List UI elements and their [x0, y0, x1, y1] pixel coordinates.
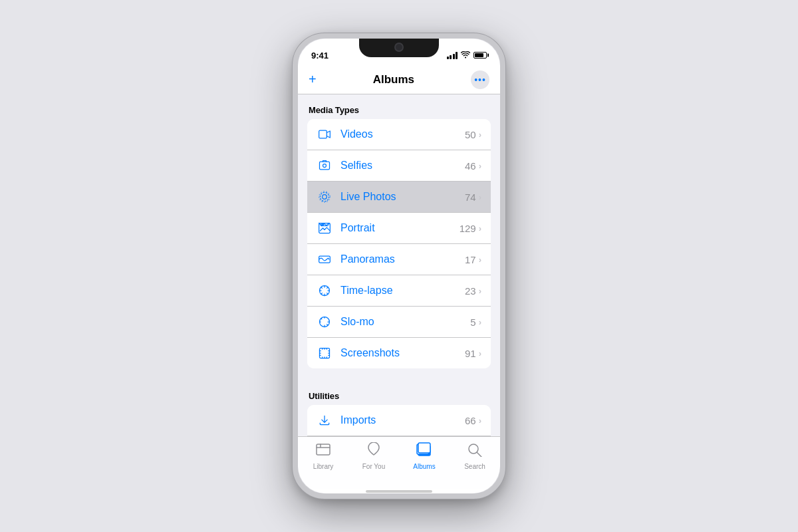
live-photos-count: 74	[465, 192, 476, 203]
list-item[interactable]: Portrait 129 ›	[307, 213, 491, 244]
portrait-count: 129	[460, 223, 476, 234]
timelapse-label: Time-lapse	[340, 285, 465, 297]
video-icon	[317, 126, 332, 142]
list-item[interactable]: Slo-mo 5 ›	[307, 307, 491, 338]
portrait-label: Portrait	[340, 222, 460, 234]
albums-icon	[416, 442, 432, 461]
live-photos-icon	[317, 189, 332, 205]
panoramas-label: Panoramas	[340, 253, 465, 265]
svg-line-19	[477, 452, 481, 457]
imports-label: Imports	[340, 414, 465, 426]
more-icon: •••	[474, 74, 486, 85]
tab-bar: Library For You	[298, 436, 500, 489]
panoramas-count: 17	[465, 254, 476, 265]
status-time: 9:41	[311, 51, 329, 61]
videos-chevron: ›	[479, 130, 481, 140]
svg-rect-17	[418, 443, 430, 453]
panorama-icon	[317, 251, 332, 267]
videos-count: 50	[465, 129, 476, 140]
list-item[interactable]: Screenshots 91 ›	[307, 338, 491, 368]
screen: 9:41	[298, 39, 500, 493]
slomo-count: 5	[470, 317, 475, 328]
tab-library[interactable]: Library	[298, 442, 348, 470]
signal-icon	[447, 52, 458, 59]
svg-point-5	[319, 192, 331, 203]
page-title: Albums	[373, 73, 414, 86]
search-label: Search	[464, 463, 485, 470]
svg-rect-0	[319, 130, 327, 138]
for-you-label: For You	[362, 463, 385, 470]
screenshots-count: 91	[465, 348, 476, 359]
slomo-icon	[317, 314, 332, 330]
content-area: Media Types Videos 50 ›	[298, 94, 500, 436]
notch	[359, 39, 439, 57]
albums-label: Albums	[413, 463, 435, 470]
screenshot-icon	[317, 345, 332, 361]
tab-search[interactable]: Search	[450, 442, 500, 470]
screenshots-chevron: ›	[479, 348, 481, 358]
list-item[interactable]: Panoramas 17 ›	[307, 244, 491, 275]
home-indicator	[298, 489, 500, 493]
home-bar	[366, 490, 432, 493]
media-types-header: Media Types	[298, 94, 500, 119]
live-photos-chevron: ›	[479, 192, 481, 202]
list-item[interactable]: Imports 66 ›	[307, 405, 491, 436]
list-item[interactable]: Time-lapse 23 ›	[307, 275, 491, 307]
svg-point-4	[320, 192, 329, 201]
import-icon	[317, 412, 332, 428]
selfies-label: Selfies	[340, 160, 465, 172]
svg-point-2	[323, 164, 327, 168]
utilities-header: Utilities	[298, 380, 500, 405]
list-item[interactable]: Live Photos 74 ›	[307, 182, 491, 213]
list-item[interactable]: Videos 50 ›	[307, 119, 491, 150]
imports-chevron: ›	[479, 416, 481, 426]
svg-rect-8	[319, 256, 331, 263]
more-options-button[interactable]: •••	[471, 70, 489, 89]
search-icon	[467, 442, 483, 461]
navigation-bar: + Albums •••	[298, 65, 500, 94]
imports-count: 66	[465, 415, 476, 426]
videos-label: Videos	[340, 128, 465, 140]
status-icons	[447, 51, 487, 60]
selfies-chevron: ›	[479, 161, 481, 171]
media-types-list: Videos 50 ›	[307, 119, 491, 368]
slomo-chevron: ›	[479, 317, 481, 327]
wifi-icon	[461, 51, 470, 60]
selfie-icon	[317, 158, 332, 174]
timelapse-icon	[317, 283, 332, 299]
for-you-icon	[366, 442, 382, 461]
selfies-count: 46	[465, 160, 476, 172]
phone-frame: 9:41	[293, 33, 505, 499]
panoramas-chevron: ›	[479, 255, 481, 265]
phone-wrapper: 9:41	[293, 33, 505, 499]
list-item[interactable]: Selfies 46 ›	[307, 150, 491, 182]
add-album-button[interactable]: +	[309, 72, 317, 87]
portrait-chevron: ›	[479, 223, 481, 233]
screenshots-label: Screenshots	[340, 347, 465, 359]
svg-rect-1	[320, 162, 330, 170]
battery-icon	[473, 52, 487, 59]
library-label: Library	[313, 463, 334, 470]
timelapse-chevron: ›	[479, 286, 481, 296]
library-icon	[315, 442, 331, 461]
utilities-list: Imports 66 ›	[307, 405, 491, 436]
tab-for-you[interactable]: For You	[348, 442, 399, 470]
live-photos-label: Live Photos	[340, 191, 465, 203]
tab-albums[interactable]: Albums	[399, 442, 450, 470]
slomo-label: Slo-mo	[340, 316, 470, 328]
svg-rect-14	[317, 444, 330, 455]
timelapse-count: 23	[465, 285, 476, 297]
svg-point-3	[323, 195, 327, 200]
portrait-icon	[317, 220, 332, 236]
